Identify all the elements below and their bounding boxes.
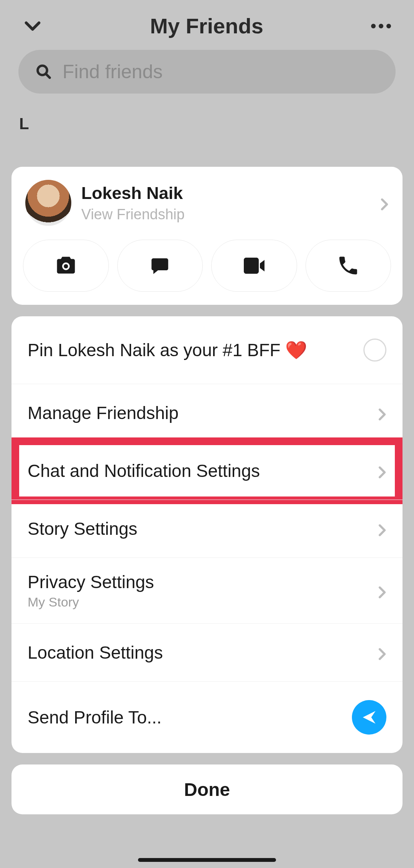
chevron-right-icon <box>375 465 386 477</box>
privacy-settings-label: Privacy Settings <box>28 572 375 592</box>
send-profile-row[interactable]: Send Profile To... <box>12 681 402 753</box>
video-icon <box>240 252 268 279</box>
audio-call-button[interactable] <box>306 240 391 292</box>
svg-point-3 <box>64 264 68 268</box>
phone-icon <box>337 254 360 277</box>
chevron-right-icon <box>375 407 386 419</box>
view-friendship-label: View Friendship <box>81 206 367 223</box>
done-button[interactable]: Done <box>12 764 402 814</box>
chevron-down-icon[interactable] <box>23 16 42 36</box>
friend-meta: Lokesh Naik View Friendship <box>81 183 367 223</box>
chat-notification-label: Chat and Notification Settings <box>28 460 375 481</box>
search-placeholder-text: Find friends <box>62 61 163 83</box>
chat-notification-settings-row[interactable]: Chat and Notification Settings <box>12 442 402 500</box>
avatar <box>25 180 71 226</box>
story-settings-label: Story Settings <box>28 518 375 539</box>
camera-button[interactable] <box>23 240 109 292</box>
pin-bff-radio[interactable] <box>363 339 386 362</box>
chat-icon <box>149 255 171 277</box>
send-button[interactable] <box>352 700 386 735</box>
pin-bff-row[interactable]: Pin Lokesh Naik as your #1 BFF ❤️ <box>12 316 402 384</box>
privacy-settings-row[interactable]: Privacy Settings My Story <box>12 557 402 623</box>
chevron-right-icon <box>377 197 389 209</box>
location-settings-row[interactable]: Location Settings <box>12 623 402 681</box>
page-title: My Friends <box>150 13 263 38</box>
background-header: My Friends <box>0 0 414 50</box>
section-header-letter: L <box>19 115 414 133</box>
quick-action-row <box>12 233 402 305</box>
video-call-button[interactable] <box>211 240 297 292</box>
more-icon[interactable] <box>371 24 391 28</box>
chevron-right-icon <box>375 523 386 534</box>
send-icon <box>361 709 378 726</box>
story-settings-row[interactable]: Story Settings <box>12 500 402 557</box>
camera-icon <box>53 252 79 279</box>
home-indicator[interactable] <box>138 858 276 862</box>
friend-action-sheet: Lokesh Naik View Friendship Pin Lokes <box>12 167 402 814</box>
chevron-right-icon <box>375 585 386 597</box>
friend-name: Lokesh Naik <box>81 183 367 203</box>
chat-button[interactable] <box>117 240 203 292</box>
svg-line-1 <box>46 74 50 78</box>
pin-bff-label: Pin Lokesh Naik as your #1 BFF ❤️ <box>28 340 363 360</box>
search-bar[interactable]: Find friends <box>18 50 396 94</box>
privacy-settings-sub: My Story <box>28 595 375 610</box>
friend-profile-row[interactable]: Lokesh Naik View Friendship <box>12 167 402 233</box>
manage-friendship-row[interactable]: Manage Friendship <box>12 384 402 442</box>
settings-list-card: Pin Lokesh Naik as your #1 BFF ❤️ Manage… <box>12 316 402 753</box>
send-profile-label: Send Profile To... <box>28 707 352 728</box>
friend-header-card: Lokesh Naik View Friendship <box>12 167 402 305</box>
location-settings-label: Location Settings <box>28 642 375 663</box>
search-icon <box>36 64 52 80</box>
manage-friendship-label: Manage Friendship <box>28 403 375 423</box>
done-label: Done <box>184 779 230 800</box>
chevron-right-icon <box>375 647 386 658</box>
